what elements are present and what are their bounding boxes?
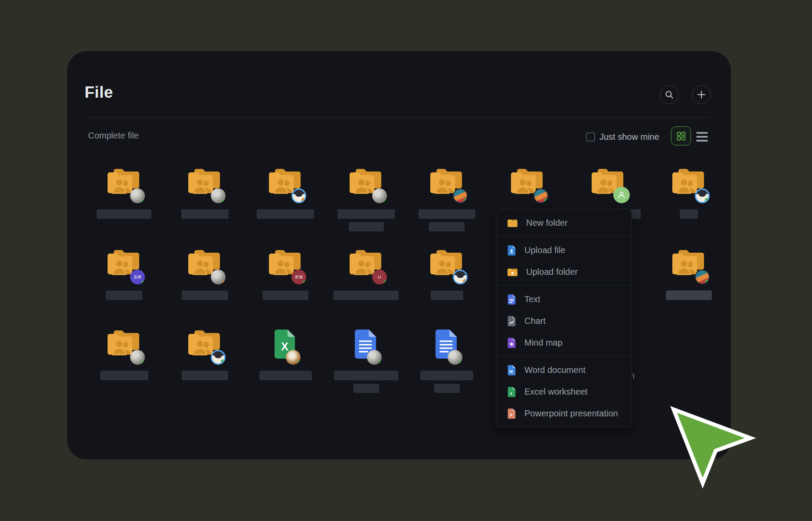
upload-file-icon [507,245,516,256]
add-button[interactable] [692,85,711,104]
menu-item-upload-file[interactable]: Upload file [496,239,632,261]
file-label-placeholder [354,384,379,393]
file-label-placeholder [181,209,229,219]
menu-item-label: Upload file [524,245,566,255]
status-dot [141,199,145,203]
menu-group: New folder [496,209,632,237]
file-label-placeholder [334,290,399,300]
status-dot [297,361,301,365]
owner-avatar: LI [372,270,387,284]
ppt-file-icon: P [507,408,516,419]
menu-item-powerpoint-presentation[interactable]: P Powerpoint presentation [496,402,632,424]
file-label-placeholder [434,384,460,393]
menu-item-label: Text [524,294,540,304]
folder-icon [510,168,545,198]
owner-avatar [453,270,468,284]
cursor-arrow [667,404,758,491]
shared-folder-item[interactable] [84,168,164,231]
file-grid-row [84,168,729,231]
menu-item-chart[interactable]: Chart [496,310,632,332]
file-label-placeholder [666,290,712,300]
shared-folder-item[interactable]: 志程 [84,249,164,300]
text-file-icon [507,294,516,305]
svg-text:X: X [281,340,288,353]
create-context-menu: New folder Upload file Upload folder Tex… [496,209,632,427]
section-label: Complete file [88,131,139,141]
shared-folder-item[interactable]: LI [326,249,406,300]
document-file-item[interactable] [326,329,406,393]
owner-avatar [695,188,710,203]
menu-group: Upload file Upload folder [496,237,632,286]
excel-file-item[interactable]: X [245,329,326,393]
status-dot [463,279,467,284]
status-dot [141,280,145,284]
just-show-mine-filter[interactable]: Just show mine [586,132,659,142]
owner-avatar [453,188,468,203]
just-show-mine-checkbox[interactable] [586,132,595,142]
menu-item-mind-map[interactable]: Mind map [496,332,632,353]
status-dot [301,198,306,202]
owner-avatar [448,350,462,365]
owner-avatar [130,350,145,365]
menu-group: W Word document x Excel worksheet P Powe… [496,356,632,427]
shared-folder-item[interactable] [406,249,487,300]
owner-avatar [613,187,630,203]
svg-text:W: W [509,369,513,374]
menu-item-text[interactable]: Text [496,288,632,310]
folder-icon: LI [349,249,383,279]
doc-icon [354,329,378,359]
shared-folder-item[interactable] [164,168,245,231]
status-dot [221,359,225,364]
grid-view-button[interactable] [671,126,691,145]
shared-folder-item[interactable] [164,329,245,393]
menu-item-new-folder[interactable]: New folder [496,212,632,234]
status-dot [463,198,468,203]
menu-item-label: Word document [524,365,586,375]
menu-item-word-document[interactable]: W Word document [496,359,632,381]
owner-avatar [695,270,710,284]
document-file-item[interactable] [406,329,487,393]
menu-item-upload-folder[interactable]: Upload folder [496,261,632,283]
shared-folder-item[interactable] [245,168,326,231]
folder-icon [429,168,464,198]
folder-icon: 志程 [107,249,141,279]
file-label-placeholder [182,371,228,380]
shared-folder-item[interactable] [406,168,487,231]
file-label-placeholder [420,371,473,380]
owner-avatar [367,350,382,365]
file-label-placeholder [100,371,148,380]
grid-view-icon [676,131,686,141]
file-grid-row: X [84,329,729,393]
owner-avatar [534,188,548,203]
menu-item-excel-worksheet[interactable]: x Excel worksheet [496,381,632,402]
owner-avatar [291,188,306,203]
owner-avatar [130,188,145,203]
search-button[interactable] [660,85,679,104]
folder-icon [268,168,303,198]
menu-item-label: Excel worksheet [524,387,588,397]
file-label-placeholder [257,209,314,219]
status-dot [383,280,387,284]
status-dot [378,361,382,365]
folder-icon [591,168,625,198]
file-label-placeholder [106,290,142,300]
folder-icon [107,329,141,359]
folder-icon [507,218,518,228]
list-view-button[interactable] [696,132,708,142]
menu-item-label: Mind map [524,338,563,348]
folder-icon [187,329,222,359]
file-label-placeholder [431,290,463,300]
folder-icon: 世旭 [268,249,303,279]
file-label-placeholder [262,290,308,300]
shared-folder-item[interactable] [326,168,406,231]
file-label-placeholder [429,222,465,231]
shared-folder-item[interactable] [648,249,729,300]
shared-folder-item[interactable] [84,329,164,393]
status-dot [141,361,145,365]
shared-folder-item[interactable]: 世旭 [245,249,326,300]
status-dot [705,280,710,284]
excel-file-icon: x [507,386,516,397]
shared-folder-item[interactable] [164,249,245,300]
shared-folder-item[interactable] [648,168,729,231]
owner-avatar [211,188,226,203]
